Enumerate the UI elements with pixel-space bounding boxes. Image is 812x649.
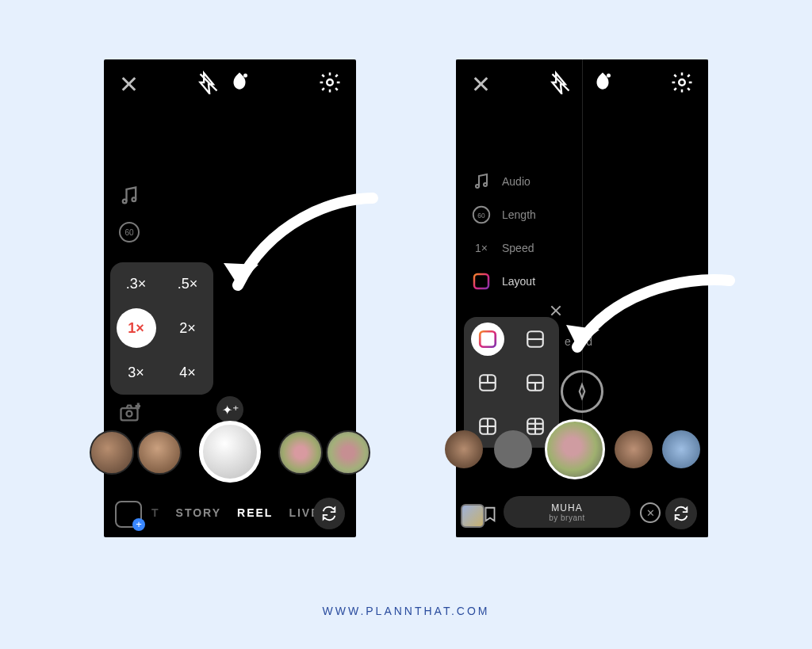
effects-icon[interactable] <box>591 71 615 94</box>
effects-sparkle-button[interactable]: ✦⁺ <box>216 396 243 423</box>
compass-icon[interactable] <box>561 370 603 413</box>
effect-author: by bryant <box>549 513 585 522</box>
svg-point-1 <box>243 74 247 78</box>
effect-thumb[interactable] <box>445 430 483 468</box>
settings-gear-icon[interactable] <box>318 71 342 94</box>
audio-icon[interactable] <box>118 185 140 210</box>
effects-icon[interactable] <box>228 71 251 94</box>
svg-point-14 <box>484 183 487 186</box>
effect-name: MUHA <box>551 502 582 513</box>
effects-carousel[interactable] <box>456 416 708 479</box>
svg-marker-36 <box>580 384 585 398</box>
length-icon[interactable]: 60 <box>118 221 140 246</box>
tool-label: Speed <box>502 242 534 254</box>
close-panel-icon[interactable] <box>548 303 564 319</box>
layout-option-2col[interactable] <box>471 323 504 356</box>
shutter-button[interactable] <box>199 421 261 483</box>
svg-point-13 <box>476 185 479 188</box>
top-bar <box>104 59 356 107</box>
mode-story[interactable]: STORY <box>176 506 221 519</box>
svg-point-12 <box>679 79 685 86</box>
camera-switch-icon[interactable] <box>665 498 697 529</box>
flash-off-icon[interactable] <box>197 71 220 94</box>
tool-length[interactable]: 60 Length <box>470 204 536 226</box>
speed-option-0.5x[interactable]: .5× <box>168 265 208 304</box>
layout-icon <box>470 270 492 292</box>
top-bar <box>456 59 708 107</box>
tool-change-grid[interactable]: e grid <box>565 335 592 348</box>
svg-point-2 <box>327 79 333 86</box>
tool-label: Length <box>502 208 536 221</box>
camera-plus-icon[interactable]: + <box>118 402 140 427</box>
svg-point-4 <box>132 197 136 201</box>
effect-name-pill[interactable]: MUHA by bryant <box>504 496 630 528</box>
svg-point-11 <box>607 74 611 78</box>
tool-label: Audio <box>502 175 530 188</box>
tool-label: e grid <box>565 335 592 348</box>
tool-layout[interactable]: Layout <box>470 270 535 292</box>
svg-point-8 <box>127 411 132 417</box>
layout-option-3a[interactable] <box>471 366 504 399</box>
svg-text:60: 60 <box>477 212 485 220</box>
svg-text:60: 60 <box>124 228 134 237</box>
effect-thumb[interactable] <box>662 430 700 468</box>
tool-audio[interactable]: Audio <box>470 170 530 193</box>
layout-option-3b[interactable] <box>519 366 552 399</box>
watermark-url: WWW.PLANNTHAT.COM <box>323 605 490 617</box>
speed-option-3x[interactable]: 3× <box>117 353 156 392</box>
layout-option-2row[interactable] <box>519 323 552 356</box>
tool-label: Layout <box>502 275 535 288</box>
effect-thumb[interactable] <box>615 430 653 468</box>
settings-gear-icon[interactable] <box>670 71 694 94</box>
svg-point-3 <box>123 200 127 204</box>
phone-layout-screenshot: Audio 60 Length 1× Speed Layout e grid <box>456 59 708 537</box>
speed-option-4x[interactable]: 4× <box>168 353 208 392</box>
speed-option-0.3x[interactable]: .3× <box>117 265 156 304</box>
flash-off-icon[interactable] <box>550 71 572 94</box>
svg-text:+: + <box>136 402 140 410</box>
effect-thumb[interactable] <box>278 430 323 475</box>
tool-speed[interactable]: 1× Speed <box>470 237 534 259</box>
camera-switch-icon[interactable] <box>313 498 345 529</box>
bookmark-icon[interactable] <box>481 506 499 523</box>
effect-thumb-selected[interactable] <box>545 419 605 479</box>
mode-reel[interactable]: REEL <box>237 506 273 519</box>
speed-icon: 1× <box>470 237 492 259</box>
close-icon[interactable] <box>118 74 139 94</box>
effect-thumb[interactable] <box>326 430 370 475</box>
mode-t[interactable]: T <box>151 506 160 519</box>
close-icon[interactable] <box>470 74 491 94</box>
speed-panel: .3× .5× 1× 2× 3× 4× <box>110 262 213 395</box>
audio-icon <box>470 170 492 193</box>
effect-thumb[interactable] <box>137 430 182 475</box>
length-icon: 60 <box>470 204 492 226</box>
speed-option-2x[interactable]: 2× <box>168 308 208 348</box>
effect-thumb[interactable] <box>494 430 532 468</box>
effect-thumb[interactable] <box>90 430 134 475</box>
clear-effect-icon[interactable]: ✕ <box>640 502 661 523</box>
phone-speed-screenshot: 60 .3× .5× 1× 2× 3× 4× + ✦⁺ T STORY REEL… <box>104 59 356 537</box>
speed-option-1x[interactable]: 1× <box>117 308 156 348</box>
